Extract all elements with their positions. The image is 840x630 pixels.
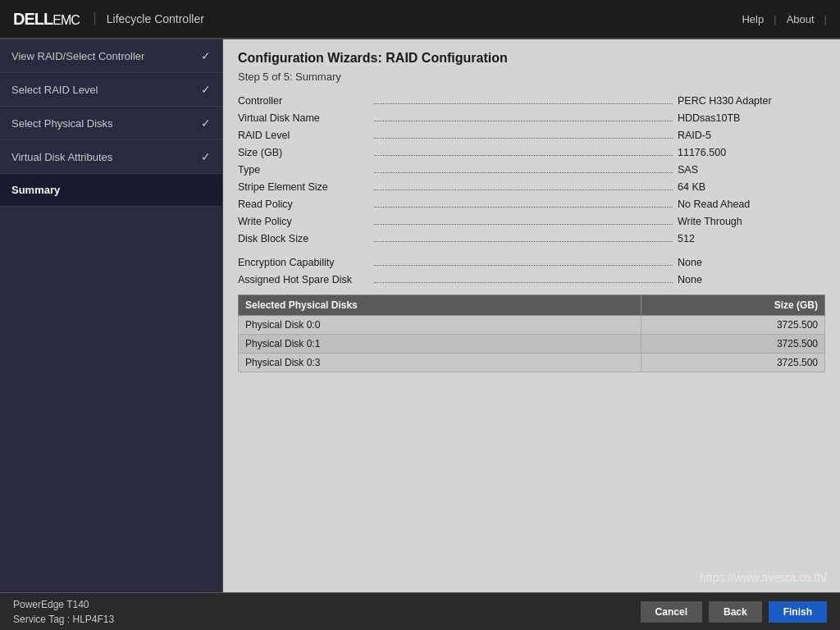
value-stripe: 64 KB bbox=[678, 181, 825, 193]
dots-raid-level bbox=[374, 138, 673, 139]
dots-disk-block-size bbox=[374, 241, 673, 242]
disk-table: Selected Physical Disks Size (GB) Physic… bbox=[238, 294, 825, 372]
dots-write-policy bbox=[374, 224, 673, 225]
about-button[interactable]: About bbox=[783, 11, 818, 27]
field-encryption: Encryption Capability None bbox=[238, 256, 825, 269]
label-raid-level: RAID Level bbox=[238, 130, 369, 141]
footer-buttons: Cancel Back Finish bbox=[641, 601, 827, 623]
size-col-header: Size (GB) bbox=[641, 295, 824, 316]
value-disk-block-size: 512 bbox=[678, 233, 825, 244]
value-encryption: None bbox=[678, 257, 825, 268]
disk-col-header: Selected Physical Disks bbox=[239, 295, 641, 316]
finish-button[interactable]: Finish bbox=[769, 601, 827, 623]
value-type: SAS bbox=[678, 164, 825, 176]
service-tag: Service Tag : HLP4F13 bbox=[13, 612, 114, 627]
label-vdisk-name: Virtual Disk Name bbox=[238, 112, 369, 124]
sidebar-item-select-raid[interactable]: Select RAID Level ✓ bbox=[0, 73, 222, 107]
disk-name-cell: Physical Disk 0:3 bbox=[239, 354, 641, 372]
label-stripe: Stripe Element Size bbox=[238, 181, 369, 193]
value-size: 11176.500 bbox=[678, 147, 825, 158]
check-icon-select-raid: ✓ bbox=[201, 83, 211, 96]
check-icon-physical-disks: ✓ bbox=[201, 116, 211, 130]
check-icon-virtual-disk: ✓ bbox=[201, 150, 211, 163]
field-vdisk-name: Virtual Disk Name HDDsas10TB bbox=[238, 112, 825, 125]
disk-name-cell: Physical Disk 0:0 bbox=[239, 316, 641, 335]
value-raid-level: RAID-5 bbox=[678, 130, 825, 141]
label-encryption: Encryption Capability bbox=[238, 257, 369, 268]
main-layout: View RAID/Select Controller ✓ Select RAI… bbox=[0, 39, 840, 592]
sidebar-item-view-raid[interactable]: View RAID/Select Controller ✓ bbox=[0, 39, 222, 73]
dots-vdisk-name bbox=[374, 121, 673, 121]
table-row: Physical Disk 0:33725.500 bbox=[239, 354, 825, 372]
dots-read-policy bbox=[374, 207, 673, 208]
value-vdisk-name: HDDsas10TB bbox=[678, 112, 825, 124]
system-name: PowerEdge T140 bbox=[13, 597, 114, 612]
header-divider2: | bbox=[824, 13, 827, 25]
dots-type bbox=[374, 172, 673, 173]
value-controller: PERC H330 Adapter bbox=[678, 95, 825, 107]
spacer1 bbox=[238, 249, 825, 256]
content-area: Configuration Wizards: RAID Configuratio… bbox=[223, 39, 840, 592]
field-disk-block-size: Disk Block Size 512 bbox=[238, 232, 825, 245]
disk-size-cell: 3725.500 bbox=[641, 335, 824, 354]
back-button[interactable]: Back bbox=[709, 601, 762, 623]
value-write-policy: Write Through bbox=[678, 216, 825, 227]
value-hot-spare: None bbox=[678, 274, 825, 285]
header-left: DELLEMC Lifecycle Controller bbox=[13, 10, 204, 29]
field-stripe: Stripe Element Size 64 KB bbox=[238, 180, 825, 194]
field-hot-spare: Assigned Hot Spare Disk None bbox=[238, 273, 825, 286]
label-disk-block-size: Disk Block Size bbox=[238, 233, 369, 244]
sidebar-item-virtual-disk[interactable]: Virtual Disk Attributes ✓ bbox=[0, 140, 222, 174]
footer: PowerEdge T140 Service Tag : HLP4F13 Can… bbox=[0, 592, 840, 630]
header-right: Help | About | bbox=[738, 11, 827, 27]
disk-size-cell: 3725.500 bbox=[641, 316, 824, 335]
dots-hot-spare bbox=[374, 282, 673, 283]
cancel-button[interactable]: Cancel bbox=[641, 601, 702, 623]
field-size: Size (GB) 11176.500 bbox=[238, 146, 825, 159]
sidebar-item-summary[interactable]: Summary bbox=[0, 174, 222, 207]
sidebar: View RAID/Select Controller ✓ Select RAI… bbox=[0, 39, 223, 592]
header-divider: | bbox=[774, 13, 776, 25]
app-title: Lifecycle Controller bbox=[94, 12, 204, 25]
disk-size-cell: 3725.500 bbox=[641, 354, 824, 372]
check-icon-view-raid: ✓ bbox=[201, 49, 211, 62]
sidebar-item-physical-disks[interactable]: Select Physical Disks ✓ bbox=[0, 107, 222, 140]
sidebar-label-physical-disks: Select Physical Disks bbox=[11, 117, 113, 130]
value-read-policy: No Read Ahead bbox=[678, 199, 825, 210]
disk-name-cell: Physical Disk 0:1 bbox=[239, 335, 641, 354]
label-write-policy: Write Policy bbox=[238, 216, 369, 227]
field-read-policy: Read Policy No Read Ahead bbox=[238, 198, 825, 211]
field-controller: Controller PERC H330 Adapter bbox=[238, 94, 825, 107]
step-subtitle: Step 5 of 5: Summary bbox=[238, 71, 825, 83]
sidebar-label-select-raid: Select RAID Level bbox=[11, 84, 98, 96]
page-title: Configuration Wizards: RAID Configuratio… bbox=[238, 51, 825, 66]
dots-encryption bbox=[374, 265, 673, 266]
field-type: Type SAS bbox=[238, 163, 825, 176]
dots-stripe bbox=[374, 189, 673, 190]
label-hot-spare: Assigned Hot Spare Disk bbox=[238, 274, 369, 285]
label-size: Size (GB) bbox=[238, 147, 369, 158]
table-row: Physical Disk 0:13725.500 bbox=[239, 335, 825, 354]
sidebar-label-view-raid: View RAID/Select Controller bbox=[11, 50, 144, 62]
sidebar-label-summary: Summary bbox=[11, 184, 60, 196]
table-row: Physical Disk 0:03725.500 bbox=[239, 316, 825, 335]
help-button[interactable]: Help bbox=[738, 11, 767, 27]
label-read-policy: Read Policy bbox=[238, 199, 369, 210]
field-raid-level: RAID Level RAID-5 bbox=[238, 129, 825, 142]
header: DELLEMC Lifecycle Controller Help | Abou… bbox=[0, 0, 840, 39]
label-controller: Controller bbox=[238, 95, 369, 107]
dots-size bbox=[374, 155, 673, 156]
footer-info: PowerEdge T140 Service Tag : HLP4F13 bbox=[13, 597, 114, 627]
label-type: Type bbox=[238, 164, 369, 176]
sidebar-label-virtual-disk: Virtual Disk Attributes bbox=[11, 151, 112, 163]
dell-emc-logo: DELLEMC bbox=[13, 10, 80, 29]
dots-controller bbox=[374, 103, 673, 104]
field-write-policy: Write Policy Write Through bbox=[238, 215, 825, 228]
summary-fields: Controller PERC H330 Adapter Virtual Dis… bbox=[238, 94, 825, 286]
